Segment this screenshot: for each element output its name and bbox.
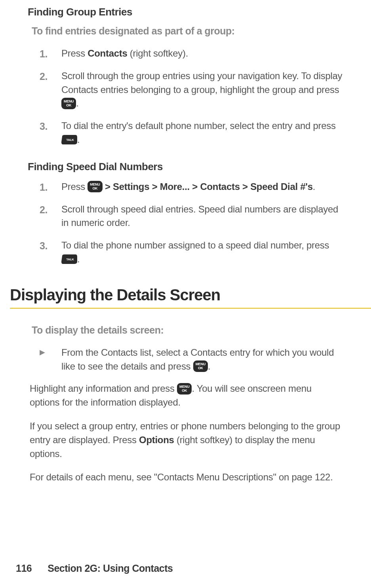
menu-ok-icon: MENUOK xyxy=(88,181,102,192)
bullet-text: . xyxy=(208,361,210,372)
section-label: Section 2G: Using Contacts xyxy=(48,563,173,574)
step-item: To dial the phone number assigned to a s… xyxy=(40,239,343,266)
svg-text:TALK: TALK xyxy=(66,258,74,261)
para-text: Highlight any information and press xyxy=(30,383,177,394)
step-text: (right softkey). xyxy=(127,48,188,59)
intro-text-group: To find entries designated as part of a … xyxy=(32,25,343,37)
para-text: For details of each menu, see "Contacts … xyxy=(30,472,333,482)
steps-speed-dial: Press MENUOK > Settings > More... > Cont… xyxy=(40,180,343,266)
menu-ok-icon: MENUOK xyxy=(193,360,208,372)
step-bold: > Settings > More... > Contacts > Speed … xyxy=(105,181,313,192)
talk-icon: TALK xyxy=(61,135,77,144)
step-text: Scroll through speed dial entries. Speed… xyxy=(61,204,338,228)
svg-text:TALK: TALK xyxy=(66,138,74,142)
step-item: To dial the entry's default phone number… xyxy=(40,119,343,147)
body-paragraph: For details of each menu, see "Contacts … xyxy=(30,470,343,484)
footer: 116Section 2G: Using Contacts xyxy=(16,563,173,574)
step-text: Scroll through the group entries using y… xyxy=(61,70,342,95)
step-text: Press xyxy=(61,181,88,192)
step-text: . xyxy=(313,181,315,192)
step-bold: Contacts xyxy=(88,48,127,59)
bullet-list-displaying: From the Contacts list, select a Contact… xyxy=(40,346,343,374)
subsection-heading-speed-dial: Finding Speed Dial Numbers xyxy=(28,161,343,173)
step-text: To dial the phone number assigned to a s… xyxy=(61,240,329,250)
intro-text-displaying: To display the details screen: xyxy=(32,324,343,336)
body-paragraph: Highlight any information and press MENU… xyxy=(30,382,343,410)
menu-ok-icon: MENUOK xyxy=(177,383,192,395)
step-text: Press xyxy=(61,48,88,59)
talk-icon: TALK xyxy=(61,254,77,264)
body-paragraph: If you select a group entry, entries or … xyxy=(30,419,343,461)
step-item: Scroll through the group entries using y… xyxy=(40,69,343,110)
heading-divider xyxy=(10,308,371,309)
step-item: Press Contacts (right softkey). xyxy=(40,47,343,61)
step-text: . xyxy=(77,134,80,145)
main-heading-displaying: Displaying the Details Screen xyxy=(10,286,343,304)
para-bold: Options xyxy=(139,434,174,445)
page-number: 116 xyxy=(16,563,32,574)
steps-group-entries: Press Contacts (right softkey). Scroll t… xyxy=(40,47,343,147)
step-text: . xyxy=(77,254,80,264)
subsection-heading-group-entries: Finding Group Entries xyxy=(28,6,343,18)
step-text: To dial the entry's default phone number… xyxy=(61,120,336,131)
bullet-item: From the Contacts list, select a Contact… xyxy=(40,346,343,374)
menu-ok-icon: MENUOK xyxy=(61,98,76,109)
step-item: Press MENUOK > Settings > More... > Cont… xyxy=(40,180,343,194)
step-item: Scroll through speed dial entries. Speed… xyxy=(40,203,343,230)
step-text: . xyxy=(76,98,78,108)
